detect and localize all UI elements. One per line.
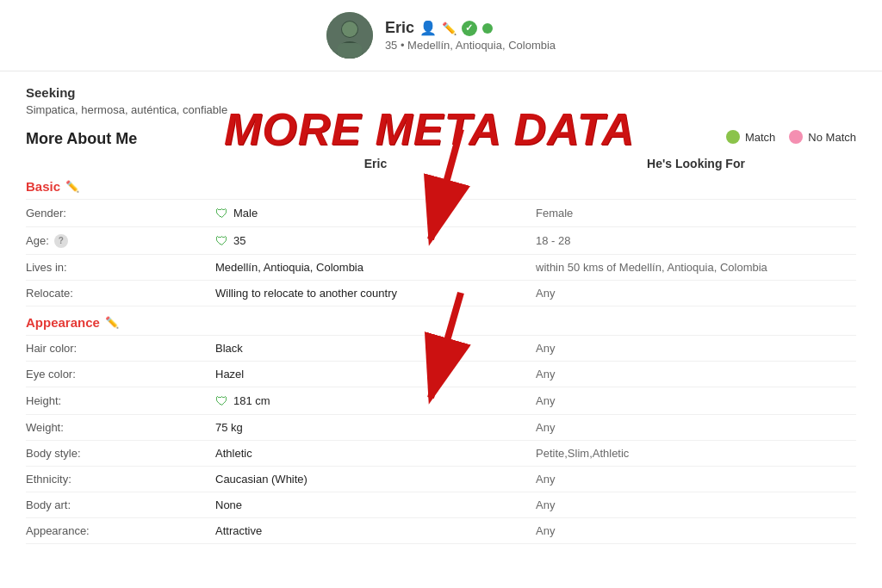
edit-icon[interactable]: ✏️ [442, 22, 457, 35]
row-label: Appearance: [26, 524, 215, 537]
row-label: Eye color: [26, 368, 215, 381]
svg-rect-4 [337, 43, 363, 59]
row-value: Hazel [215, 368, 536, 381]
row-label: Ethnicity: [26, 473, 215, 486]
seeking-label: Seeking [26, 85, 856, 100]
row-match: Any [536, 287, 856, 300]
row-match: Any [536, 342, 856, 355]
table-row: Eye color: Hazel Any [26, 361, 856, 387]
seeking-section: Seeking Simpatica, hermosa, auténtica, c… [26, 85, 856, 116]
row-value: 🛡 Male [215, 206, 536, 220]
table-row: Weight: 75 kg Any [26, 414, 856, 440]
match-legend-item: Match [726, 130, 775, 144]
table-row: Body art: None Any [26, 492, 856, 517]
match-legend: Match No Match [726, 130, 856, 144]
main-content: Seeking Simpatica, hermosa, auténtica, c… [0, 71, 882, 558]
match-label: Match [745, 131, 775, 144]
row-match: within 50 kms of Medellín, Antioquia, Co… [536, 261, 856, 274]
row-match: Any [536, 368, 856, 381]
row-label: Age: ? [26, 234, 215, 248]
active-dot [482, 23, 493, 34]
table-row: Relocate: Willing to relocate to another… [26, 280, 856, 306]
row-match: Any [536, 421, 856, 434]
row-label: Hair color: [26, 342, 215, 355]
table-row: Height: 🛡 181 cm Any [26, 387, 856, 414]
appearance-rows: Hair color: Black Any Eye color: Hazel A… [26, 335, 856, 544]
row-match: Any [536, 473, 856, 486]
user-name: Eric [385, 19, 414, 37]
row-value: Caucasian (White) [215, 473, 536, 486]
row-value: 75 kg [215, 421, 536, 434]
row-label: Body art: [26, 498, 215, 511]
row-label: Lives in: [26, 261, 215, 274]
shield-icon: 🛡 [215, 393, 228, 408]
more-about-section: More About Me Match No Match Eric He's L… [26, 130, 856, 544]
columns-header: Eric He's Looking For [26, 157, 856, 170]
user-name-row: Eric 👤 ✏️ ✓ [385, 19, 556, 37]
basic-rows: Gender: 🛡 Male Female Age: ? 🛡 [26, 199, 856, 306]
table-row: Ethnicity: Caucasian (White) Any [26, 466, 856, 492]
row-match: Any [536, 498, 856, 511]
looking-col-header: He's Looking For [536, 157, 856, 170]
table-row: Appearance: Attractive Any [26, 517, 856, 544]
row-value: 🛡 181 cm [215, 393, 536, 408]
question-icon: ? [54, 234, 68, 248]
row-match: Any [536, 524, 856, 537]
seeking-text: Simpatica, hermosa, auténtica, confiable [26, 103, 856, 116]
table-row: Body style: Athletic Petite,Slim,Athleti… [26, 440, 856, 466]
profile-header: Eric 👤 ✏️ ✓ 35 • Medellín, Antioquia, Co… [0, 0, 882, 71]
row-value: Medellín, Antioquia, Colombia [215, 261, 536, 274]
eric-col-header: Eric [215, 157, 536, 170]
user-subtitle: 35 • Medellín, Antioquia, Colombia [385, 39, 556, 52]
avatar-image [326, 12, 373, 59]
no-match-legend-item: No Match [789, 130, 856, 144]
row-value: 🛡 35 [215, 233, 536, 248]
svg-point-3 [342, 22, 357, 37]
table-row: Lives in: Medellín, Antioquia, Colombia … [26, 254, 856, 280]
row-label: Height: [26, 394, 215, 407]
row-value: Black [215, 342, 536, 355]
user-info: Eric 👤 ✏️ ✓ 35 • Medellín, Antioquia, Co… [385, 19, 556, 52]
row-label: Relocate: [26, 287, 215, 300]
row-value: Athletic [215, 447, 536, 460]
table-row: Gender: 🛡 Male Female [26, 199, 856, 226]
row-match: 18 - 28 [536, 234, 856, 247]
table-row: Age: ? 🛡 35 18 - 28 [26, 226, 856, 254]
row-match: Petite,Slim,Athletic [536, 447, 856, 460]
row-value: None [215, 498, 536, 511]
shield-icon: 🛡 [215, 233, 228, 248]
person-icon: 👤 [419, 20, 437, 36]
row-value: Willing to relocate to another country [215, 287, 536, 300]
row-value: Attractive [215, 524, 536, 537]
row-label: Gender: [26, 207, 215, 220]
appearance-edit-icon[interactable]: ✏️ [105, 316, 119, 329]
basic-edit-icon[interactable]: ✏️ [65, 180, 79, 193]
row-label: Body style: [26, 447, 215, 460]
row-label: Weight: [26, 421, 215, 434]
row-match: Any [536, 394, 856, 407]
match-dot [726, 130, 740, 144]
avatar [326, 12, 373, 59]
shield-icon: 🛡 [215, 206, 228, 220]
no-match-label: No Match [808, 131, 856, 144]
row-match: Female [536, 207, 856, 220]
verified-icon: ✓ [462, 21, 477, 36]
page-wrapper: Eric 👤 ✏️ ✓ 35 • Medellín, Antioquia, Co… [0, 0, 882, 588]
basic-heading: Basic ✏️ [26, 179, 856, 194]
table-row: Hair color: Black Any [26, 335, 856, 361]
no-match-dot [789, 130, 803, 144]
appearance-heading: Appearance ✏️ [26, 315, 856, 330]
